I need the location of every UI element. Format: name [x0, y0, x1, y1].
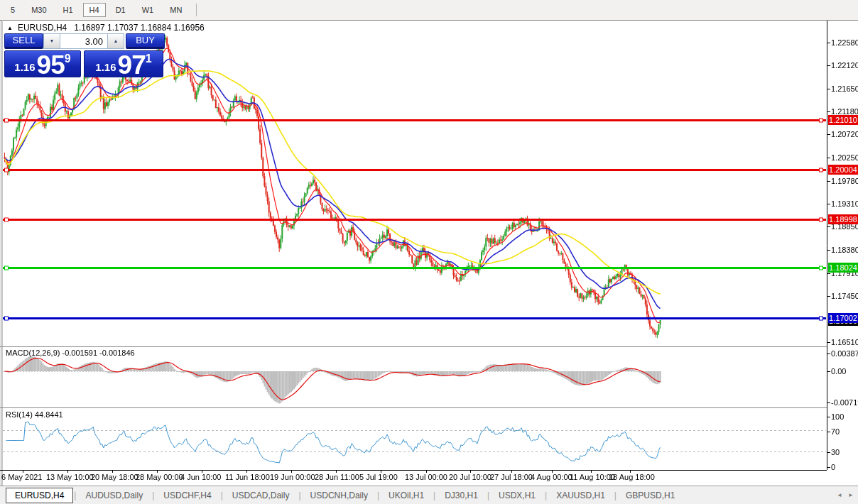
tab-separator: |	[152, 491, 154, 500]
price-axis-label: 1.17450	[831, 292, 858, 300]
rsi-label: RSI(14) 44.8441	[6, 410, 63, 419]
tab-eurusd-h4[interactable]: EURUSD,H4	[6, 488, 73, 503]
timeframe-button-h4[interactable]: H4	[83, 3, 106, 17]
tab-scroll-left-icon[interactable]: ◄	[837, 492, 842, 498]
tab-usdx-h1[interactable]: USDX,H1	[490, 488, 544, 503]
sell-price-prefix: 1.16	[14, 61, 35, 73]
time-axis-label: 18 Aug 18:00	[609, 473, 655, 481]
macd-label: MACD(12,26,9) -0.001591 -0.001846	[6, 349, 135, 357]
chart-ohlc-values: 1.16897 1.17037 1.16884 1.16956	[74, 23, 205, 33]
level-price-badge: 1.18998	[828, 214, 858, 224]
macd-axis-label: 0.003873	[831, 349, 858, 358]
time-axis-label: 28 May 00:00	[136, 473, 183, 481]
tab-separator: |	[377, 491, 379, 500]
buy-price-display[interactable]: 1.16 97 1	[84, 50, 163, 77]
rsi-axis-label: 30	[831, 448, 840, 456]
price-axis-label: 1.22580	[831, 38, 858, 47]
sell-price-big: 95	[37, 54, 65, 76]
tab-separator: |	[74, 491, 76, 500]
volume-increase-button[interactable]: ▲	[107, 33, 124, 49]
tab-gbpusd-h1[interactable]: GBPUSD,H1	[617, 488, 683, 503]
tab-ukoil-h1[interactable]: UKOil,H1	[380, 488, 433, 503]
tab-xauusd-h1[interactable]: XAUUSD,H1	[548, 488, 614, 503]
timeframe-button-5[interactable]: 5	[4, 3, 21, 17]
timeframe-button-m30[interactable]: M30	[25, 3, 53, 17]
collapse-arrow-icon[interactable]: ▲	[7, 25, 13, 31]
level-price-badge: 1.17002	[828, 313, 858, 323]
mt4-window: 5M30H1H4D1W1MN ▲ EURUSD,H4 1.16897 1.170…	[0, 0, 858, 504]
sell-price-display[interactable]: 1.16 95 9	[4, 50, 81, 77]
rsi-axis-label: 70	[831, 427, 840, 436]
time-axis-label: 13 May 10:00	[46, 473, 94, 481]
timeframe-button-mn[interactable]: MN	[163, 3, 188, 17]
time-axis-label: 27 Jul 18:00	[490, 473, 533, 481]
chart-symbol: EURUSD,H4	[18, 23, 67, 33]
timeframe-toolbar: 5M30H1H4D1W1MN	[0, 0, 858, 20]
toolbar-separator	[196, 4, 197, 16]
buy-price-pip: 1	[146, 53, 152, 65]
volume-decrease-button[interactable]: ▼	[43, 33, 60, 49]
buy-price-prefix: 1.16	[95, 61, 116, 73]
time-axis-label: 13 Jul 00:00	[405, 473, 447, 481]
volume-input[interactable]	[60, 33, 107, 49]
sell-price-pip: 9	[65, 53, 71, 65]
price-axis-label: 1.20720	[831, 130, 858, 138]
buy-price-big: 97	[118, 54, 146, 76]
rsi-axis-label: 100	[831, 412, 844, 421]
tab-separator: |	[221, 491, 223, 500]
level-price-badge: 1.21010	[828, 115, 858, 125]
price-axis-label: 1.16510	[831, 338, 858, 346]
tab-separator: |	[614, 491, 617, 500]
level-price-badge: 1.20004	[828, 165, 858, 175]
sell-button[interactable]: SELL	[4, 33, 43, 49]
tab-audusd-daily[interactable]: AUDUSD,Daily	[77, 488, 151, 503]
buy-button[interactable]: BUY	[126, 33, 165, 49]
tab-usdcad-daily[interactable]: USDCAD,Daily	[224, 488, 298, 503]
macd-axis-label: -0.007195	[831, 398, 858, 407]
tab-usdchf-h4[interactable]: USDCHF,H4	[155, 488, 219, 503]
rsi-axis-label: 0	[831, 463, 835, 471]
time-axis-label: 19 Jun 00:00	[270, 473, 315, 481]
timeframe-button-d1[interactable]: D1	[109, 3, 132, 17]
price-axis-label: 1.19310	[831, 199, 858, 208]
tab-separator: |	[487, 491, 489, 500]
chart-title: ▲ EURUSD,H4 1.16897 1.17037 1.16884 1.16…	[7, 23, 205, 33]
time-axis-label: 11 Jun 18:00	[225, 473, 270, 481]
time-axis-label: 5 Jul 19:00	[359, 473, 398, 481]
time-axis-label: 20 May 18:00	[91, 473, 139, 481]
time-axis-label: 4 Jun 10:00	[180, 473, 222, 481]
time-axis-label: 20 Jul 10:00	[449, 473, 492, 481]
timeframe-button-h1[interactable]: H1	[57, 3, 80, 17]
level-price-badge: 1.18024	[828, 263, 858, 273]
tab-separator: |	[545, 491, 547, 500]
one-click-trading-panel: SELL ▼ ▲ BUY 1.16 95 9 1.16 97 1	[4, 33, 165, 77]
tab-bar: EURUSD,H4|AUDUSD,Daily|USDCHF,H4|USDCAD,…	[0, 486, 858, 504]
tab-dj30-h1[interactable]: DJ30,H1	[436, 488, 487, 503]
price-axis-label: 1.19780	[831, 177, 858, 185]
price-axis-label: 1.21650	[831, 84, 858, 93]
tab-usdcnh-daily[interactable]: USDCNH,Daily	[302, 488, 376, 503]
time-axis-label: 28 Jun 11:00	[315, 473, 359, 481]
price-axis-label: 1.22120	[831, 61, 858, 70]
tab-separator: |	[433, 491, 435, 500]
macd-axis-label: 0.00	[831, 367, 846, 376]
price-axis-label: 1.18380	[831, 246, 858, 254]
timeframe-button-w1[interactable]: W1	[136, 3, 161, 17]
price-axis-label: 1.20250	[831, 153, 858, 162]
tab-separator: |	[298, 491, 300, 500]
time-axis-label: 6 May 2021	[1, 473, 42, 481]
tab-scroll-right-icon[interactable]: ►	[848, 492, 854, 498]
time-axis-label: 4 Aug 00:00	[531, 473, 572, 481]
